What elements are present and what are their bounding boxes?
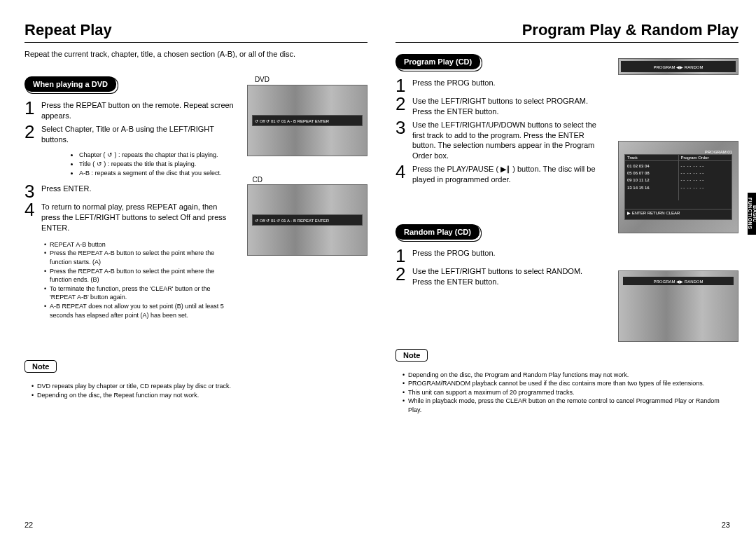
side-tab-basic-functions: BASIC FUNCTIONS [748,193,756,235]
page-23: Program Play & Random Play Program Play … [396,21,738,529]
left-notes: DVD repeats play by chapter or title, CD… [31,382,368,399]
prog-header-screenshot: PROGRAM ◀▶ RANDOM [618,58,738,75]
r-step-1: 1Press the PROG button. [396,248,598,263]
program-table-screenshot: PROGRAM 01 Track Program Order 01 02 03 … [618,141,738,233]
page-number-left: 22 [24,521,33,529]
p-step-3: 3Use the LEFT/RIGHT/UP/DOWN buttons to s… [396,120,598,161]
osd-bar-cd: ↺ Off ↺ 01 ↺ 01 A - B REPEAT ENTER [252,214,363,226]
osd-screenshot-cd: ↺ Off ↺ 01 ↺ 01 A - B REPEAT ENTER [247,184,368,256]
intro-text: Repeat the current track, chapter, title… [24,50,368,58]
osd-screenshot-dvd: ↺ Off ↺ 01 ↺ 01 A - B REPEAT ENTER [247,85,368,156]
step-1: 1Press the REPEAT button on the remote. … [24,100,234,121]
section-label-program: Program Play (CD) [396,54,480,69]
page-number-right: 23 [722,521,730,529]
ab-notes: REPEAT A-B button Press the REPEAT A-B b… [44,240,234,319]
divider [396,42,738,43]
right-body: Program Play (CD) PROGRAM ◀▶ RANDOM PROG… [396,50,738,415]
section-label-dvd: When playing a DVD [24,76,116,92]
p-step-4: 4Press the PLAY/PAUSE ( ▶∥ ) button. The… [396,164,598,185]
r-step-2: 2Use the LEFT/RIGHT buttons to select RA… [396,266,598,287]
random-screenshot: PROGRAM ◀▶ RANDOM [618,270,738,342]
step-2: 2Select Chapter, Title or A-B using the … [24,124,234,145]
section-label-random: Random Play (CD) [396,224,479,240]
note-label-right: Note [396,349,428,362]
note-label-left: Note [24,360,57,373]
step-3: 3Press ENTER. [24,184,234,199]
page-22: Repeat Play Repeat the current track, ch… [24,21,368,529]
right-notes: Depending on the disc, the Program and R… [402,371,730,415]
divider [24,42,368,43]
left-body: When playing a DVD DVD ↺ Off ↺ 01 ↺ 01 A… [24,72,368,399]
p-step-2: 2Use the LEFT/RIGHT buttons to select PR… [396,96,598,117]
cd-label: CD [253,176,262,184]
page-title-left: Repeat Play [24,21,368,39]
step-4: 4To return to normal play, press REPEAT … [24,202,234,233]
p-step-1: 1Press the PROG button. [396,78,598,93]
dvd-label: DVD [255,76,270,83]
step2-sub: Chapter ( ↺ ) : repeats the chapter that… [41,151,234,177]
osd-bar-dvd: ↺ Off ↺ 01 ↺ 01 A - B REPEAT ENTER [252,115,363,126]
page-title-right: Program Play & Random Play [396,21,738,39]
